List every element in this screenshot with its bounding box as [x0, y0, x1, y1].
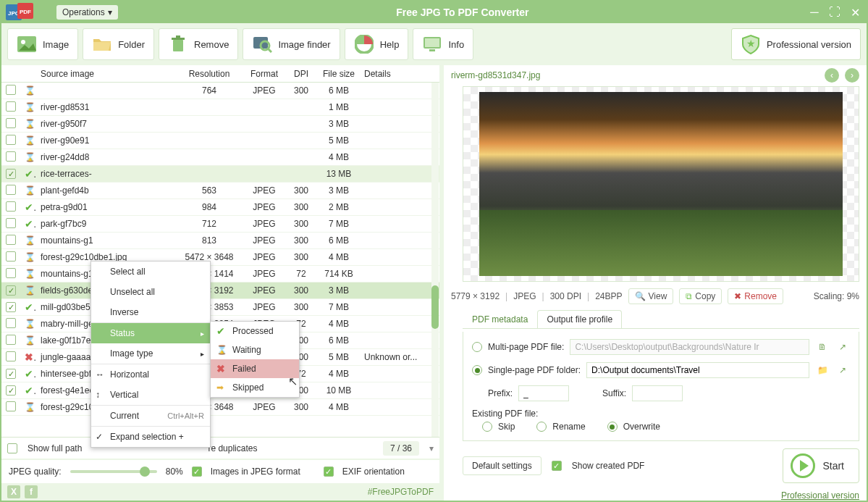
facebook-icon[interactable]: f: [25, 485, 38, 498]
row-checkbox[interactable]: [6, 118, 16, 128]
default-settings-button[interactable]: Default settings: [463, 456, 542, 475]
table-row[interactable]: ✓✔rice-terraces-13 MB: [1, 166, 439, 183]
view-button[interactable]: 🔍View: [628, 288, 674, 304]
row-checkbox[interactable]: [6, 335, 16, 345]
row-checkbox[interactable]: [6, 268, 16, 278]
row-checkbox[interactable]: [6, 185, 16, 195]
single-page-path-input[interactable]: [586, 362, 809, 378]
exif-checkbox[interactable]: ✓: [324, 467, 334, 477]
tab-output-profile[interactable]: Output file profile: [537, 310, 622, 328]
help-button[interactable]: Help: [345, 28, 409, 60]
browse-file-icon[interactable]: 🗎: [815, 340, 830, 354]
slider-knob[interactable]: [140, 467, 150, 477]
row-checkbox[interactable]: ✓: [6, 285, 16, 296]
submenu-failed[interactable]: ✖Failed: [211, 359, 299, 378]
start-button[interactable]: Start: [783, 448, 859, 483]
image-finder-button[interactable]: Image finder: [243, 28, 340, 60]
add-image-button[interactable]: Image: [7, 28, 78, 60]
table-row[interactable]: ✔park-gf7bc9712JPEG3007 MB: [1, 216, 439, 233]
th-dpi[interactable]: DPI: [285, 69, 318, 79]
show-created-checkbox[interactable]: ✓: [552, 461, 562, 471]
menu-image-type[interactable]: Image type▸: [91, 343, 210, 364]
images-jpeg-checkbox[interactable]: ✓: [192, 467, 202, 477]
tab-pdf-metadata[interactable]: PDF metadata: [463, 310, 537, 328]
menu-select-all[interactable]: Select all: [91, 262, 210, 282]
row-checkbox[interactable]: [6, 151, 16, 162]
row-checkbox[interactable]: [6, 135, 16, 145]
th-format[interactable]: Format: [244, 69, 285, 79]
table-row[interactable]: ⌛river-g90e915 MB: [1, 133, 439, 149]
operations-menu[interactable]: Operations ▾: [56, 5, 118, 20]
th-filesize[interactable]: File size: [318, 69, 360, 79]
menu-vertical[interactable]: ↕Vertical: [91, 385, 210, 405]
row-checkbox[interactable]: ✓: [6, 169, 16, 179]
open-external-icon[interactable]: ↗: [835, 340, 850, 354]
row-checkbox[interactable]: [6, 351, 16, 361]
row-checkbox[interactable]: [6, 401, 16, 411]
pro-version-button[interactable]: ★Professional version: [731, 28, 861, 60]
next-image-button[interactable]: ›: [845, 68, 859, 83]
multi-page-radio[interactable]: [472, 342, 482, 352]
table-row[interactable]: ⌛river-g24dd84 MB: [1, 149, 439, 166]
table-row[interactable]: ⌛forest-g29c10dbe1.jpg5472 × 3648JPEG300…: [1, 249, 439, 266]
table-row[interactable]: ⌛river-gd85311 MB: [1, 99, 439, 116]
browse-folder-icon[interactable]: 📁: [815, 363, 830, 377]
table-row[interactable]: ✓⌛fields-g630de9336.jpg5779 × 3192JPEG30…: [1, 283, 439, 299]
cell-size: 13 MB: [318, 169, 360, 179]
row-checkbox[interactable]: [6, 218, 16, 228]
existing-skip-radio[interactable]: [482, 422, 492, 432]
submenu-processed[interactable]: ✔Processed: [211, 322, 299, 340]
table-row[interactable]: ⌛river-g950f73 MB: [1, 116, 439, 133]
submenu-waiting[interactable]: ⌛Waiting: [211, 340, 299, 359]
pro-version-link[interactable]: Professional version: [444, 490, 859, 501]
minimize-button[interactable]: ─: [807, 5, 822, 20]
copy-button[interactable]: ⧉Copy: [679, 288, 722, 304]
suffix-input[interactable]: [632, 385, 683, 401]
submenu-skipped[interactable]: ➡Skipped: [211, 378, 299, 397]
table-row[interactable]: ⌛mountains-g1b5612b67.jpg2200 × 1414JPEG…: [1, 266, 439, 283]
open-external-icon[interactable]: ↗: [835, 363, 850, 377]
menu-unselect-all[interactable]: Unselect all: [91, 282, 210, 302]
scrollbar-track[interactable]: [431, 83, 439, 437]
remove-button[interactable]: Remove: [159, 28, 238, 60]
single-page-radio[interactable]: [472, 365, 482, 375]
scrollbar-thumb[interactable]: [431, 285, 439, 329]
th-details[interactable]: Details: [360, 69, 439, 79]
add-folder-button[interactable]: Folder: [83, 28, 154, 60]
multi-page-path-input[interactable]: [570, 339, 809, 355]
twitter-icon[interactable]: X: [7, 485, 20, 498]
row-checkbox[interactable]: [6, 251, 16, 262]
chevron-down-icon[interactable]: ▾: [429, 443, 434, 453]
existing-rename-radio[interactable]: [536, 422, 547, 432]
menu-expand-selection[interactable]: ✓Expand selection +: [91, 426, 210, 447]
menu-status[interactable]: Status▸: [91, 322, 210, 343]
info-button[interactable]: Info: [413, 28, 473, 60]
table-row[interactable]: ✓✔mill-gd03be5ebe.jpg5782 × 3853JPEG3007…: [1, 299, 439, 316]
table-row[interactable]: ✔petra-g9d01984JPEG3002 MB: [1, 199, 439, 216]
th-resolution[interactable]: Resolution: [174, 69, 244, 79]
row-checkbox[interactable]: ✓: [6, 385, 16, 396]
row-checkbox[interactable]: ✓: [6, 302, 16, 312]
close-button[interactable]: ✕: [848, 5, 862, 20]
row-checkbox[interactable]: [6, 235, 16, 245]
table-row[interactable]: ⌛mountains-g1813JPEG3006 MB: [1, 233, 439, 249]
menu-current[interactable]: CurrentCtrl+Alt+R: [91, 405, 210, 426]
row-checkbox[interactable]: ✓: [6, 369, 16, 379]
jpeg-quality-slider[interactable]: [70, 470, 157, 473]
maximize-button[interactable]: ⛶: [827, 5, 842, 20]
menu-inverse[interactable]: Inverse: [91, 302, 210, 322]
existing-overwrite-radio[interactable]: [607, 422, 618, 432]
table-row[interactable]: ⌛plant-gefd4b563JPEG3003 MB: [1, 183, 439, 199]
menu-horizontal[interactable]: ↔Horizontal: [91, 364, 210, 385]
prev-image-button[interactable]: ‹: [825, 68, 839, 83]
th-source[interactable]: Source image: [36, 69, 174, 79]
prefix-input[interactable]: [518, 385, 569, 401]
row-checkbox[interactable]: [6, 85, 16, 95]
row-checkbox[interactable]: [6, 201, 16, 212]
row-checkbox[interactable]: [6, 318, 16, 328]
table-row[interactable]: ⌛764JPEG3006 MB: [1, 83, 439, 99]
show-full-path-checkbox[interactable]: [7, 443, 17, 453]
table-row[interactable]: ⌛forest-g29c10dbe1.jpg5472 × 3648JPEG300…: [1, 399, 439, 416]
remove-preview-button[interactable]: ✖Remove: [728, 288, 783, 304]
row-checkbox[interactable]: [6, 101, 16, 112]
